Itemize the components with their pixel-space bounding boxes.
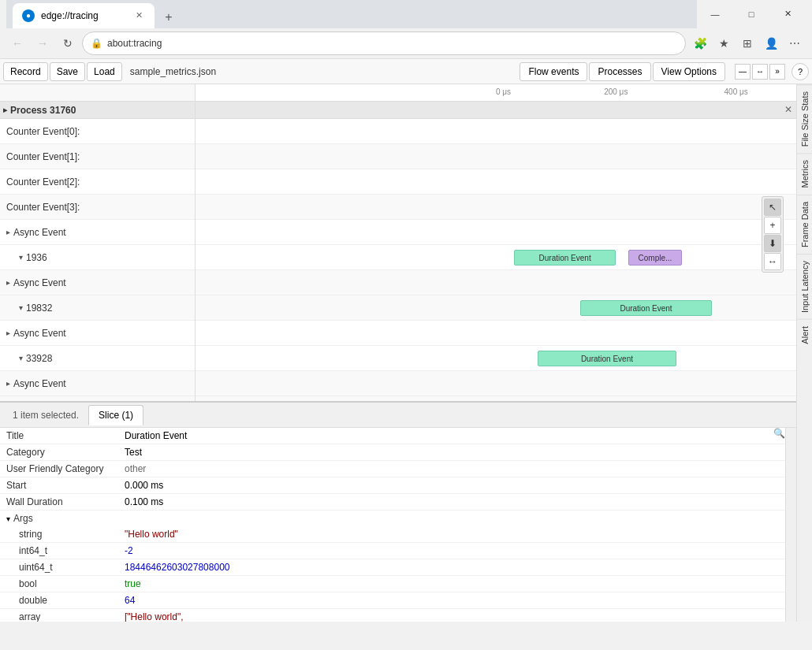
sidebar-tab-file-size-stats[interactable]: File Size Stats bbox=[797, 84, 812, 153]
label-column: ▸ Process 31760 Counter Event[0]: Counte… bbox=[0, 102, 196, 401]
arg-value-int64: -2 bbox=[118, 543, 785, 559]
detail-user-friendly-row: User Friendly Category other bbox=[0, 461, 785, 477]
tab-title: edge://tracing bbox=[41, 10, 126, 21]
zoom-down-button[interactable]: ⬇ bbox=[764, 235, 781, 252]
cursor-tool-button[interactable]: ↖ bbox=[764, 199, 781, 216]
track-name: Async Event bbox=[13, 328, 66, 339]
track-name: Counter Event[1]: bbox=[6, 151, 80, 162]
save-button[interactable]: Save bbox=[50, 62, 85, 81]
list-item: ▾ 1936 bbox=[0, 245, 195, 270]
async-expand-arrow-4[interactable]: ▸ bbox=[6, 379, 10, 388]
process-header[interactable]: ▸ Process 31760 bbox=[0, 102, 195, 119]
back-button[interactable]: ← bbox=[6, 32, 28, 54]
arg-key-bool: bool bbox=[0, 576, 118, 592]
vertical-scrollbar[interactable] bbox=[785, 428, 796, 622]
arg-value-array: ["Hello world", -2, 18446462603027808000… bbox=[118, 609, 785, 622]
flow-events-button[interactable]: Flow events bbox=[520, 62, 587, 81]
track-name: Async Event bbox=[13, 277, 66, 288]
arg-value-double: 64 bbox=[118, 592, 785, 608]
label-column-header bbox=[0, 84, 196, 101]
arg-row-bool: bool true bbox=[0, 576, 785, 592]
time-mark-0: 0 μs bbox=[496, 87, 511, 96]
browser-tab[interactable]: ● edge://tracing ✕ bbox=[13, 3, 155, 28]
async-label-36036: Async E... bbox=[580, 399, 613, 401]
detail-title-row: Title Duration Event 🔍 bbox=[0, 428, 785, 444]
bottom-panel: 1 item selected. Slice (1) Title Duratio… bbox=[0, 401, 796, 622]
tracing-main: 0 μs 200 μs 400 μs ▸ Process 31760 Count bbox=[0, 84, 796, 622]
arg-key-int64: int64_t bbox=[0, 543, 118, 559]
title-label: Title bbox=[0, 428, 118, 444]
timeline-row bbox=[196, 144, 796, 169]
args-header[interactable]: ▾ Args bbox=[0, 511, 785, 526]
start-label: Start bbox=[0, 477, 118, 493]
track-canvas: ✕ Duration Event Comple... bbox=[196, 102, 796, 401]
detail-start-row: Start 0.000 ms bbox=[0, 477, 785, 494]
panel-restore-button[interactable]: ↔ bbox=[752, 64, 768, 80]
duration-event-19832[interactable]: Duration Event bbox=[580, 300, 713, 316]
sidebar-tab-frame-data[interactable]: Frame Data bbox=[797, 195, 812, 254]
async-sub-arrow-1[interactable]: ▾ bbox=[19, 253, 23, 262]
zoom-in-button[interactable]: + bbox=[764, 217, 781, 234]
tab-close-button[interactable]: ✕ bbox=[132, 9, 145, 22]
category-label: Category bbox=[0, 444, 118, 460]
detail-content: Title Duration Event 🔍 Category Test Use… bbox=[0, 428, 796, 622]
timeline-row-1936: Duration Event Comple... bbox=[196, 245, 796, 270]
timeline-controls: ↖ + ⬇ ↔ bbox=[762, 196, 784, 273]
panel-minimize-button[interactable]: — bbox=[735, 64, 751, 80]
load-button[interactable]: Load bbox=[87, 62, 122, 81]
async-sub-arrow-2[interactable]: ▾ bbox=[19, 303, 23, 312]
duration-event-33928[interactable]: Duration Event bbox=[538, 351, 676, 366]
processes-button[interactable]: Processes bbox=[589, 62, 650, 81]
favorites-button[interactable]: ★ bbox=[713, 32, 735, 54]
async-expand-arrow-3[interactable]: ▸ bbox=[6, 329, 10, 337]
extensions-button[interactable]: 🧩 bbox=[689, 32, 711, 54]
search-title-icon[interactable]: 🔍 bbox=[773, 428, 785, 439]
list-item: ▸ Async Event bbox=[0, 321, 195, 346]
record-button[interactable]: Record bbox=[3, 62, 48, 81]
async-sub-arrow-3[interactable]: ▾ bbox=[19, 354, 23, 362]
selected-info: 1 item selected. bbox=[6, 407, 85, 424]
args-expand-arrow: ▾ bbox=[6, 514, 10, 523]
timeline-body: ▸ Process 31760 Counter Event[0]: Counte… bbox=[0, 102, 796, 401]
address-bar[interactable]: 🔒 about:tracing bbox=[82, 32, 686, 55]
time-mark-400: 400 μs bbox=[724, 87, 748, 96]
profile-button[interactable]: 👤 bbox=[760, 32, 782, 54]
sidebar-tab-input-latency[interactable]: Input Latency bbox=[797, 254, 812, 319]
close-window-button[interactable]: ✕ bbox=[769, 0, 806, 28]
collections-button[interactable]: ⊞ bbox=[736, 32, 758, 54]
timeline-row bbox=[196, 195, 796, 220]
title-value: Duration Event bbox=[118, 428, 770, 444]
address-lock-icon: 🔒 bbox=[91, 38, 102, 49]
sidebar-tab-alert[interactable]: Alert bbox=[797, 319, 812, 351]
new-tab-button[interactable]: + bbox=[158, 6, 180, 28]
complete-event-1936[interactable]: Comple... bbox=[628, 250, 683, 266]
slice-tab[interactable]: Slice (1) bbox=[88, 405, 143, 425]
maximize-window-button[interactable]: □ bbox=[733, 0, 769, 28]
panel-expand-button[interactable]: » bbox=[769, 64, 785, 80]
track-sub-name: 33928 bbox=[26, 353, 52, 364]
slice-tab-label: Slice (1) bbox=[99, 410, 133, 421]
arg-key-array: array bbox=[0, 609, 118, 622]
process-name: Process 31760 bbox=[10, 105, 76, 116]
detail-scroll: Title Duration Event 🔍 Category Test Use… bbox=[0, 428, 785, 622]
menu-button[interactable]: ⋯ bbox=[784, 32, 806, 54]
timeline-row-33928: Duration Event bbox=[196, 346, 796, 371]
duration-event-1936[interactable]: Duration Event bbox=[514, 250, 616, 266]
right-sidebar: File Size Stats Metrics Frame Data Input… bbox=[796, 84, 812, 622]
forward-button[interactable]: → bbox=[32, 32, 54, 54]
async-expand-arrow-1[interactable]: ▸ bbox=[6, 228, 10, 236]
detail-wall-duration-row: Wall Duration 0.100 ms bbox=[0, 494, 785, 511]
async-expand-arrow-2[interactable]: ▸ bbox=[6, 278, 10, 287]
timeline-row bbox=[196, 321, 796, 346]
minimize-window-button[interactable]: — bbox=[697, 0, 733, 28]
list-item: ▸ Async Event bbox=[0, 371, 195, 396]
sidebar-tab-metrics[interactable]: Metrics bbox=[797, 153, 812, 194]
help-button[interactable]: ? bbox=[792, 63, 809, 80]
view-options-button[interactable]: View Options bbox=[653, 62, 725, 81]
content-area: 0 μs 200 μs 400 μs ▸ Process 31760 Count bbox=[0, 84, 812, 622]
fit-button[interactable]: ↔ bbox=[764, 253, 781, 270]
refresh-button[interactable]: ↻ bbox=[57, 32, 79, 54]
timeline-row bbox=[196, 220, 796, 245]
close-panel-button[interactable]: ✕ bbox=[780, 102, 796, 117]
time-mark-200: 200 μs bbox=[604, 87, 628, 96]
